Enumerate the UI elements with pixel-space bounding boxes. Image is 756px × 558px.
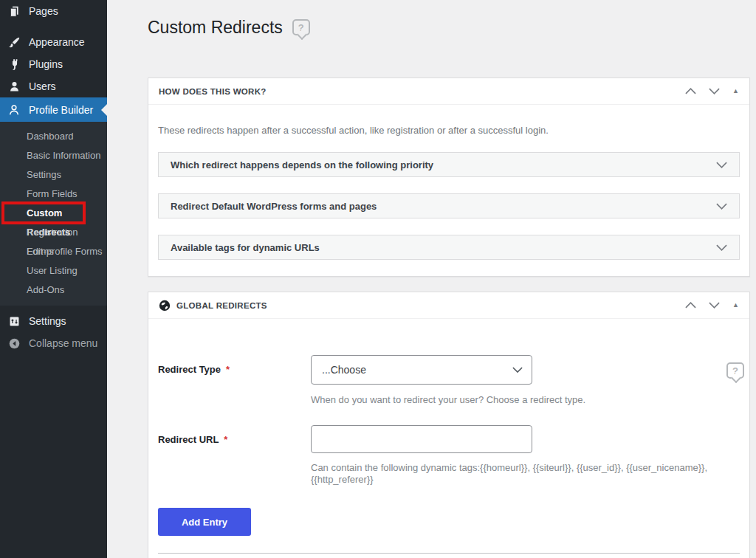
chevron-up-icon bbox=[685, 88, 696, 94]
current-menu-arrow bbox=[101, 104, 107, 116]
sidebar-item-plugins[interactable]: Plugins bbox=[0, 53, 107, 75]
global-help-icon[interactable]: ? bbox=[726, 362, 744, 379]
sidebar-item-appearance[interactable]: Appearance bbox=[0, 31, 107, 53]
move-up-button[interactable] bbox=[685, 302, 696, 309]
profile-builder-submenu: Dashboard Basic Information Settings For… bbox=[0, 122, 107, 306]
redirect-url-label: Redirect URL* bbox=[158, 425, 311, 453]
sidebar-item-label: Profile Builder bbox=[29, 104, 93, 116]
submenu-item-basic-information[interactable]: Basic Information bbox=[0, 146, 107, 165]
chevron-up-icon bbox=[685, 302, 696, 309]
sidebar-item-label: Collapse menu bbox=[29, 337, 97, 349]
redirect-type-label: Redirect Type* bbox=[158, 355, 311, 385]
pages-icon bbox=[7, 4, 21, 18]
move-down-button[interactable] bbox=[709, 88, 720, 94]
panel-title: GLOBAL REDIRECTS bbox=[176, 301, 267, 310]
global-panel-header[interactable]: GLOBAL REDIRECTS ▲ bbox=[148, 292, 749, 319]
required-asterisk: * bbox=[226, 364, 230, 375]
submenu-label: Add-Ons bbox=[27, 284, 64, 295]
required-asterisk: * bbox=[224, 434, 227, 445]
redirect-url-input[interactable] bbox=[311, 425, 532, 453]
redirect-url-row: Redirect URL* bbox=[158, 425, 740, 453]
sidebar-item-label: Users bbox=[29, 80, 56, 92]
move-up-button[interactable] bbox=[685, 88, 696, 94]
redirect-url-field bbox=[311, 425, 532, 453]
submenu-item-add-ons[interactable]: Add-Ons bbox=[0, 280, 107, 300]
redirect-url-help: Can contain the following dynamic tags:{… bbox=[311, 462, 740, 486]
submenu-item-dashboard[interactable]: Dashboard bbox=[0, 127, 107, 146]
toggle-panel-button[interactable]: ▲ bbox=[732, 302, 739, 309]
sidebar-item-label: Settings bbox=[29, 315, 66, 327]
submenu-label: Basic Information bbox=[27, 150, 100, 161]
sidebar-item-users[interactable]: Users bbox=[0, 75, 107, 97]
sidebar-item-pages[interactable]: Pages bbox=[0, 0, 107, 22]
collapse-icon bbox=[7, 336, 21, 351]
panel-controls: ▲ bbox=[685, 88, 739, 94]
accordion-label: Available tags for dynamic URLs bbox=[171, 242, 320, 253]
globe-icon bbox=[159, 300, 171, 311]
triangle-up-icon: ▲ bbox=[732, 302, 739, 309]
plugins-icon bbox=[7, 57, 21, 72]
page-title: Custom Redirects bbox=[148, 16, 283, 38]
submenu-label: Form Fields bbox=[27, 188, 78, 199]
page-title-row: Custom Redirects ? bbox=[148, 16, 750, 38]
chevron-down-icon bbox=[709, 302, 720, 309]
select-value: ...Choose bbox=[322, 364, 366, 376]
appearance-icon bbox=[7, 35, 21, 49]
global-panel-body: ? Redirect Type* ...Choose When do you w… bbox=[148, 355, 749, 558]
submenu-item-registration-forms[interactable]: Registration Forms bbox=[0, 223, 107, 242]
sidebar-item-label: Plugins bbox=[29, 58, 63, 70]
accordion-label: Redirect Default WordPress forms and pag… bbox=[171, 201, 377, 212]
chevron-down-icon bbox=[716, 203, 727, 210]
submenu-item-form-fields[interactable]: Form Fields bbox=[0, 185, 107, 204]
submenu-item-settings[interactable]: Settings bbox=[0, 165, 107, 185]
redirect-type-row: Redirect Type* ...Choose bbox=[158, 355, 740, 385]
accordion-dynamic-tags[interactable]: Available tags for dynamic URLs bbox=[158, 235, 740, 260]
move-down-button[interactable] bbox=[709, 302, 720, 309]
submenu-label: Settings bbox=[27, 169, 61, 180]
chevron-down-icon bbox=[716, 162, 727, 168]
label-text: Redirect URL bbox=[158, 434, 219, 445]
admin-sidebar: Pages Appearance Plugins Users Profile B… bbox=[0, 0, 107, 558]
redirect-type-select[interactable]: ...Choose bbox=[311, 355, 532, 385]
label-text: Redirect Type bbox=[158, 364, 221, 375]
submenu-label: Dashboard bbox=[27, 131, 74, 142]
sidebar-footer: Settings Collapse menu bbox=[0, 310, 107, 354]
page-help-icon[interactable]: ? bbox=[292, 19, 310, 35]
sidebar-item-label: Pages bbox=[29, 5, 58, 17]
triangle-up-icon: ▲ bbox=[732, 88, 739, 94]
submenu-item-custom-redirects[interactable]: Custom Redirects bbox=[0, 204, 107, 223]
settings-icon bbox=[7, 314, 21, 328]
sidebar-item-profile-builder[interactable]: Profile Builder bbox=[0, 97, 107, 122]
panel-controls: ▲ bbox=[685, 302, 739, 309]
submenu-item-user-listing[interactable]: User Listing bbox=[0, 261, 107, 280]
submenu-label: Edit-profile Forms bbox=[27, 246, 103, 257]
how-panel-body: These redirects happen after a successfu… bbox=[148, 124, 749, 276]
sidebar-item-label: Appearance bbox=[29, 36, 85, 48]
panel-title: HOW DOES THIS WORK? bbox=[159, 87, 267, 96]
main-content: Custom Redirects ? HOW DOES THIS WORK? ▲… bbox=[107, 0, 756, 558]
chevron-down-icon bbox=[716, 244, 727, 251]
how-does-this-work-panel: HOW DOES THIS WORK? ▲ These redirects ha… bbox=[148, 78, 750, 277]
intro-text: These redirects happen after a successfu… bbox=[158, 124, 740, 137]
submenu-item-edit-profile-forms[interactable]: Edit-profile Forms bbox=[0, 242, 107, 261]
menu-separator bbox=[0, 22, 107, 31]
global-redirects-panel: GLOBAL REDIRECTS ▲ ? Redirect Type* bbox=[148, 292, 750, 558]
accordion-default-forms[interactable]: Redirect Default WordPress forms and pag… bbox=[158, 193, 740, 218]
users-icon bbox=[7, 79, 21, 94]
redirect-type-field: ...Choose bbox=[311, 355, 532, 385]
accordion-label: Which redirect happens depends on the fo… bbox=[171, 159, 433, 170]
add-entry-button[interactable]: Add Entry bbox=[158, 508, 251, 536]
bottom-divider bbox=[158, 553, 740, 554]
chevron-down-icon bbox=[709, 88, 720, 94]
submenu-label: User Listing bbox=[27, 265, 78, 276]
redirect-type-help: When do you want to redirect your user? … bbox=[311, 394, 740, 406]
toggle-panel-button[interactable]: ▲ bbox=[732, 88, 739, 94]
sidebar-item-settings[interactable]: Settings bbox=[0, 310, 107, 332]
chevron-down-icon bbox=[512, 367, 523, 373]
accordion-priority[interactable]: Which redirect happens depends on the fo… bbox=[158, 152, 740, 177]
profile-builder-icon bbox=[7, 103, 21, 117]
how-panel-header[interactable]: HOW DOES THIS WORK? ▲ bbox=[148, 78, 749, 105]
collapse-menu-button[interactable]: Collapse menu bbox=[0, 332, 107, 354]
